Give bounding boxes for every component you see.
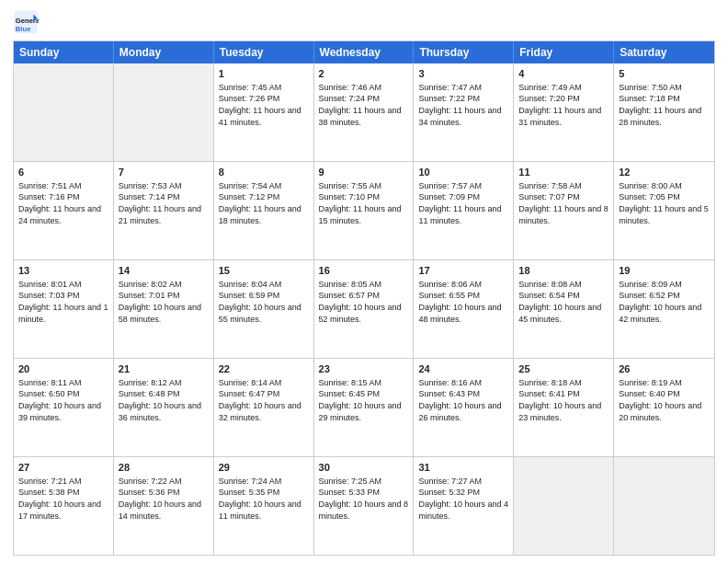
day-number: 5 [619,67,710,81]
day-number: 24 [418,362,508,376]
cal-cell-1-7: 5Sunrise: 7:50 AM Sunset: 7:18 PM Daylig… [614,63,714,161]
cal-cell-1-4: 2Sunrise: 7:46 AM Sunset: 7:24 PM Daylig… [314,63,415,161]
day-info: Sunrise: 8:04 AM Sunset: 6:59 PM Dayligh… [219,279,309,325]
day-info: Sunrise: 7:46 AM Sunset: 7:24 PM Dayligh… [319,82,409,128]
cal-cell-5-7 [614,457,714,555]
day-info: Sunrise: 8:06 AM Sunset: 6:55 PM Dayligh… [418,279,508,325]
day-info: Sunrise: 7:27 AM Sunset: 5:32 PM Dayligh… [418,476,508,522]
day-info: Sunrise: 8:02 AM Sunset: 7:01 PM Dayligh… [119,279,209,325]
day-number: 29 [219,461,309,475]
cal-cell-4-2: 21Sunrise: 8:12 AM Sunset: 6:48 PM Dayli… [114,359,214,456]
day-number: 14 [119,264,209,278]
cal-cell-4-4: 23Sunrise: 8:15 AM Sunset: 6:45 PM Dayli… [314,359,415,456]
day-info: Sunrise: 7:57 AM Sunset: 7:09 PM Dayligh… [418,180,508,226]
calendar-header: SundayMondayTuesdayWednesdayThursdayFrid… [14,41,714,63]
day-number: 3 [418,67,508,81]
cal-cell-5-3: 29Sunrise: 7:24 AM Sunset: 5:35 PM Dayli… [214,457,314,555]
calendar-body: 1Sunrise: 7:45 AM Sunset: 7:26 PM Daylig… [14,63,714,555]
cal-cell-2-7: 12Sunrise: 8:00 AM Sunset: 7:05 PM Dayli… [614,162,714,259]
calendar-row-1: 1Sunrise: 7:45 AM Sunset: 7:26 PM Daylig… [14,63,714,161]
day-info: Sunrise: 8:18 AM Sunset: 6:41 PM Dayligh… [518,377,609,423]
calendar-row-2: 6Sunrise: 7:51 AM Sunset: 7:16 PM Daylig… [14,161,714,259]
day-number: 8 [219,166,309,179]
cal-cell-4-5: 24Sunrise: 8:16 AM Sunset: 6:43 PM Dayli… [414,359,514,456]
header-tuesday: Tuesday [214,41,314,63]
day-info: Sunrise: 7:53 AM Sunset: 7:14 PM Dayligh… [119,180,209,226]
cal-cell-2-6: 11Sunrise: 7:58 AM Sunset: 7:07 PM Dayli… [514,162,614,259]
logo-icon: General Blue [13,9,39,35]
day-number: 15 [219,264,309,278]
day-info: Sunrise: 7:55 AM Sunset: 7:10 PM Dayligh… [319,180,409,226]
cal-cell-1-2 [114,63,214,161]
day-info: Sunrise: 8:12 AM Sunset: 6:48 PM Dayligh… [119,377,209,423]
cal-cell-3-6: 18Sunrise: 8:08 AM Sunset: 6:54 PM Dayli… [514,260,614,358]
day-info: Sunrise: 8:19 AM Sunset: 6:40 PM Dayligh… [619,377,710,423]
cal-cell-5-4: 30Sunrise: 7:25 AM Sunset: 5:33 PM Dayli… [314,457,415,555]
cal-cell-5-1: 27Sunrise: 7:21 AM Sunset: 5:38 PM Dayli… [14,457,114,555]
cal-cell-5-5: 31Sunrise: 7:27 AM Sunset: 5:32 PM Dayli… [414,457,514,555]
day-info: Sunrise: 8:15 AM Sunset: 6:45 PM Dayligh… [319,377,409,423]
day-number: 26 [619,362,710,376]
header-saturday: Saturday [614,41,714,63]
day-number: 2 [319,67,409,81]
day-info: Sunrise: 7:47 AM Sunset: 7:22 PM Dayligh… [418,82,508,128]
logo: General Blue [13,9,42,35]
day-info: Sunrise: 7:22 AM Sunset: 5:36 PM Dayligh… [119,476,209,522]
svg-text:Blue: Blue [16,25,31,33]
day-info: Sunrise: 8:11 AM Sunset: 6:50 PM Dayligh… [18,377,108,423]
day-number: 18 [518,264,609,278]
day-number: 4 [518,67,609,81]
cal-cell-2-1: 6Sunrise: 7:51 AM Sunset: 7:16 PM Daylig… [14,162,114,259]
cal-cell-4-6: 25Sunrise: 8:18 AM Sunset: 6:41 PM Dayli… [514,359,614,456]
cal-cell-3-4: 16Sunrise: 8:05 AM Sunset: 6:57 PM Dayli… [314,260,415,358]
day-number: 6 [18,166,108,179]
header-sunday: Sunday [14,41,114,63]
day-number: 21 [119,362,209,376]
cal-cell-4-7: 26Sunrise: 8:19 AM Sunset: 6:40 PM Dayli… [614,359,714,456]
day-info: Sunrise: 7:50 AM Sunset: 7:18 PM Dayligh… [619,82,710,128]
header-thursday: Thursday [414,41,514,63]
cal-cell-2-2: 7Sunrise: 7:53 AM Sunset: 7:14 PM Daylig… [114,162,214,259]
calendar-row-3: 13Sunrise: 8:01 AM Sunset: 7:03 PM Dayli… [14,259,714,358]
day-info: Sunrise: 8:16 AM Sunset: 6:43 PM Dayligh… [418,377,508,423]
day-info: Sunrise: 7:58 AM Sunset: 7:07 PM Dayligh… [518,180,609,226]
cal-cell-3-2: 14Sunrise: 8:02 AM Sunset: 7:01 PM Dayli… [114,260,214,358]
cal-cell-1-6: 4Sunrise: 7:49 AM Sunset: 7:20 PM Daylig… [514,63,614,161]
cal-cell-4-3: 22Sunrise: 8:14 AM Sunset: 6:47 PM Dayli… [214,359,314,456]
day-number: 23 [319,362,409,376]
day-number: 11 [518,166,609,179]
calendar-row-5: 27Sunrise: 7:21 AM Sunset: 5:38 PM Dayli… [14,456,714,555]
header-friday: Friday [514,41,614,63]
day-number: 30 [319,461,409,475]
day-number: 31 [418,461,508,475]
day-info: Sunrise: 8:14 AM Sunset: 6:47 PM Dayligh… [219,377,309,423]
cal-cell-2-3: 8Sunrise: 7:54 AM Sunset: 7:12 PM Daylig… [214,162,314,259]
day-number: 25 [518,362,609,376]
day-number: 12 [619,166,710,179]
day-info: Sunrise: 7:45 AM Sunset: 7:26 PM Dayligh… [219,82,309,128]
day-info: Sunrise: 7:21 AM Sunset: 5:38 PM Dayligh… [18,476,108,522]
calendar: SundayMondayTuesdayWednesdayThursdayFrid… [13,40,715,556]
day-info: Sunrise: 7:51 AM Sunset: 7:16 PM Dayligh… [18,180,108,226]
calendar-row-4: 20Sunrise: 8:11 AM Sunset: 6:50 PM Dayli… [14,358,714,456]
cal-cell-4-1: 20Sunrise: 8:11 AM Sunset: 6:50 PM Dayli… [14,359,114,456]
cal-cell-2-4: 9Sunrise: 7:55 AM Sunset: 7:10 PM Daylig… [314,162,415,259]
day-info: Sunrise: 8:01 AM Sunset: 7:03 PM Dayligh… [18,279,108,325]
day-info: Sunrise: 8:00 AM Sunset: 7:05 PM Dayligh… [619,180,710,226]
day-number: 13 [18,264,108,278]
cal-cell-3-7: 19Sunrise: 8:09 AM Sunset: 6:52 PM Dayli… [614,260,714,358]
cal-cell-5-6 [514,457,614,555]
cal-cell-1-5: 3Sunrise: 7:47 AM Sunset: 7:22 PM Daylig… [414,63,514,161]
day-info: Sunrise: 7:24 AM Sunset: 5:35 PM Dayligh… [219,476,309,522]
cal-cell-3-3: 15Sunrise: 8:04 AM Sunset: 6:59 PM Dayli… [214,260,314,358]
day-info: Sunrise: 8:05 AM Sunset: 6:57 PM Dayligh… [319,279,409,325]
day-number: 20 [18,362,108,376]
day-info: Sunrise: 8:09 AM Sunset: 6:52 PM Dayligh… [619,279,710,325]
day-info: Sunrise: 7:25 AM Sunset: 5:33 PM Dayligh… [319,476,409,522]
day-number: 9 [319,166,409,179]
day-info: Sunrise: 8:08 AM Sunset: 6:54 PM Dayligh… [518,279,609,325]
day-number: 7 [119,166,209,179]
header-wednesday: Wednesday [314,41,415,63]
day-number: 22 [219,362,309,376]
cal-cell-1-3: 1Sunrise: 7:45 AM Sunset: 7:26 PM Daylig… [214,63,314,161]
